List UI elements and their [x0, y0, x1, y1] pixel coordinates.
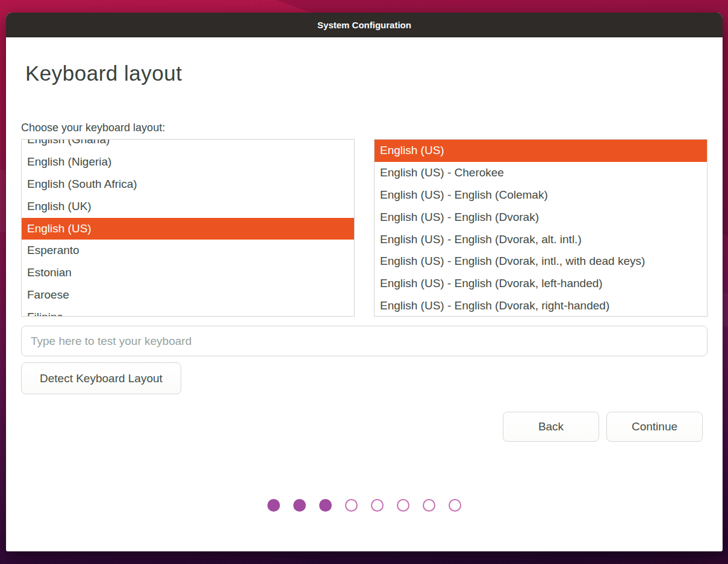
titlebar[interactable]: System Configuration: [6, 13, 723, 37]
keyboard-lists: English (Ghana)English (Nigeria)English …: [21, 139, 708, 317]
desktop-background: System Configuration Keyboard layout Cho…: [0, 0, 728, 564]
chooser-label: Choose your keyboard layout:: [21, 122, 708, 134]
variant-option[interactable]: English (US) - English (Dvorak): [375, 206, 707, 229]
layout-option[interactable]: English (Ghana): [22, 139, 354, 151]
page-title: Keyboard layout: [25, 61, 708, 85]
variant-option[interactable]: English (US) - English (Dvorak, right-ha…: [375, 295, 707, 317]
keyboard-test-input[interactable]: [21, 326, 708, 356]
layout-option[interactable]: Faroese: [22, 284, 354, 306]
variant-option[interactable]: English (US) - English (Dvorak, left-han…: [375, 273, 707, 295]
progress-dot-completed: [293, 499, 306, 512]
layout-option[interactable]: English (UK): [22, 196, 354, 218]
progress-dot-pending: [371, 499, 384, 512]
installer-window: System Configuration Keyboard layout Cho…: [6, 13, 723, 551]
progress-dot-completed: [267, 499, 280, 512]
progress-dot-pending: [449, 499, 461, 512]
variant-option[interactable]: English (US) - English (Dvorak, intl., w…: [375, 250, 707, 273]
variant-option[interactable]: English (US) - English (Colemak): [375, 184, 707, 206]
variant-option[interactable]: English (US): [375, 140, 707, 162]
variant-option[interactable]: English (US) - English (Dvorak, alt. int…: [375, 229, 707, 251]
layout-option[interactable]: Filipino: [22, 306, 354, 317]
variant-option[interactable]: English (US) - Cherokee: [375, 162, 707, 184]
window-title: System Configuration: [317, 20, 411, 30]
layout-option[interactable]: English (South Africa): [22, 173, 354, 196]
progress-dot-pending: [397, 499, 409, 512]
progress-dot-completed: [319, 499, 332, 512]
layout-option[interactable]: English (Nigeria): [22, 151, 354, 173]
progress-dots: [21, 499, 708, 512]
layout-option[interactable]: English (US): [22, 218, 354, 240]
progress-dot-pending: [345, 499, 358, 512]
wizard-nav: Back Continue: [21, 412, 708, 442]
back-button[interactable]: Back: [503, 412, 599, 442]
progress-dot-pending: [423, 499, 435, 512]
continue-button[interactable]: Continue: [606, 412, 703, 442]
detect-keyboard-layout-button[interactable]: Detect Keyboard Layout: [21, 362, 181, 394]
keyboard-layout-list[interactable]: English (Ghana)English (Nigeria)English …: [21, 139, 355, 317]
layout-option[interactable]: Esperanto: [22, 240, 354, 262]
installer-content: Keyboard layout Choose your keyboard lay…: [6, 61, 723, 512]
keyboard-variant-list[interactable]: English (US)English (US) - CherokeeEngli…: [374, 139, 708, 317]
layout-option[interactable]: Estonian: [22, 262, 354, 284]
